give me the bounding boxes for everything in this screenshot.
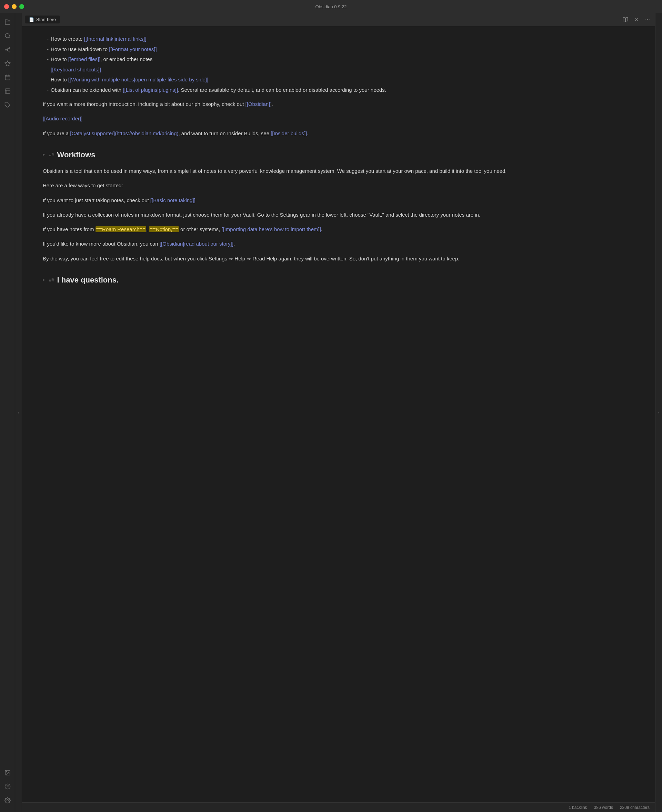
workflows-para1: Obsidian is a tool that can be used in m…: [43, 167, 635, 175]
sidebar-bottom: [2, 767, 14, 809]
editor-container: 📄 Start here ✕ ⋯ - How to create [[Inter…: [22, 13, 655, 812]
list-item-text: How to [[Working with multiple notes|ope…: [51, 75, 208, 84]
keyboard-shortcuts-link[interactable]: [[Keyboard shortcuts]]: [51, 67, 101, 72]
workflows-content: Obsidian is a tool that can be used in m…: [43, 167, 635, 263]
svg-point-2: [5, 49, 6, 50]
status-bar: 1 backlink 386 words 2209 characters: [22, 802, 655, 812]
svg-point-3: [9, 47, 10, 48]
multiple-notes-link[interactable]: [[Working with multiple notes|open multi…: [68, 77, 208, 82]
plugins-link[interactable]: [[List of plugins|plugins]]: [123, 87, 178, 93]
tab-actions: ✕ ⋯: [621, 15, 652, 24]
tab-bar: 📄 Start here ✕ ⋯: [22, 13, 655, 26]
tab-title: Start here: [36, 17, 56, 22]
insider-builds-link[interactable]: [[Insider builds]]: [271, 130, 307, 136]
list-item: - How to [[Working with multiple notes|o…: [43, 75, 635, 84]
words-status: 386 words: [594, 805, 613, 810]
svg-point-18: [6, 771, 7, 772]
vault-para-text: If you already have a collection of note…: [43, 212, 480, 218]
sidebar-toggle-left[interactable]: ›: [15, 13, 22, 812]
workflows-para1-text: Obsidian is a tool that can be used in m…: [43, 168, 506, 174]
svg-point-1: [5, 34, 9, 38]
list-item-text: How to [[embed files]], or embed other n…: [51, 55, 153, 64]
svg-rect-9: [5, 75, 10, 80]
list-item: - How to create [[Internal link|internal…: [43, 34, 635, 43]
svg-marker-8: [5, 61, 10, 66]
intro-paragraph: If you want a more thorough introduction…: [43, 100, 635, 109]
editor-content[interactable]: - How to create [[Internal link|internal…: [22, 26, 655, 802]
workflows-para2: Here are a few ways to get started:: [43, 181, 635, 190]
collapse-icon-2[interactable]: ▸: [43, 276, 45, 283]
app-layout: › 📄 Start here ✕ ⋯ -: [0, 13, 662, 812]
catalyst-link[interactable]: [Catalyst supporter](https://obsidian.md…: [70, 130, 178, 136]
sidebar-item-search[interactable]: [2, 30, 14, 42]
chevron-left-icon: ‹: [658, 410, 660, 415]
sidebar-item-files[interactable]: [2, 16, 14, 28]
sidebar-item-starred[interactable]: [2, 57, 14, 70]
basic-note-taking-link[interactable]: [[Basic note taking]]: [150, 197, 196, 203]
close-tab-button[interactable]: ✕: [631, 15, 641, 24]
overwrite-paragraph: By the way, you can feel free to edit th…: [43, 254, 635, 263]
heading-marker-2: ##: [49, 276, 55, 284]
sidebar-item-calendar[interactable]: [2, 71, 14, 84]
internal-links-link[interactable]: [[Internal link|internal links]]: [84, 36, 146, 42]
questions-heading-text: I have questions.: [57, 273, 119, 286]
sidebar-item-templates[interactable]: [2, 85, 14, 97]
import-paragraph: If you have notes from ==Roam Research==…: [43, 225, 635, 234]
roam-highlight: ==Roam Research==: [95, 226, 146, 232]
list-item-text: Obsidian can be extended with [[List of …: [51, 85, 386, 95]
bullet: -: [47, 45, 48, 54]
list-item: - Obsidian can be extended with [[List o…: [43, 85, 635, 95]
audio-recorder-link[interactable]: [[Audio recorder]]: [43, 116, 82, 121]
minimize-button[interactable]: [12, 4, 16, 9]
obsidian-link[interactable]: [[Obsidian]]: [246, 101, 272, 107]
list-item-text: How to use Markdown to [[Format your not…: [51, 45, 157, 54]
chevron-right-icon: ›: [18, 410, 19, 415]
sidebar-item-settings[interactable]: [2, 794, 14, 807]
questions-heading: ▸ ## I have questions.: [43, 273, 635, 286]
obsidian-story-link[interactable]: [[Obsidian|read about our story]]: [160, 241, 233, 247]
window-controls: [4, 4, 24, 9]
list-item-text: How to create [[Internal link|internal l…: [51, 34, 146, 43]
format-notes-link[interactable]: [[Format your notes]]: [109, 46, 156, 52]
sidebar-item-help[interactable]: [2, 780, 14, 793]
sidebar-item-media[interactable]: [2, 767, 14, 779]
notion-highlight: ==Notion,==: [149, 226, 179, 232]
app-title: Obsidian 0.9.22: [315, 4, 347, 9]
more-options-button[interactable]: ⋯: [643, 15, 652, 24]
sidebar-item-graph[interactable]: [2, 43, 14, 56]
svg-point-4: [9, 51, 10, 52]
list-item-text: [[Keyboard shortcuts]]: [51, 65, 101, 74]
embed-files-link[interactable]: [[embed files]]: [68, 56, 100, 62]
list-item: - [[Keyboard shortcuts]]: [43, 65, 635, 74]
basic-notes-paragraph: If you want to just start taking notes, …: [43, 196, 635, 205]
list-item: - How to use Markdown to [[Format your n…: [43, 45, 635, 54]
reader-view-button[interactable]: [621, 15, 630, 24]
svg-point-7: [7, 49, 8, 50]
catalyst-paragraph: If you are a [Catalyst supporter](https:…: [43, 129, 635, 138]
bullet: -: [47, 75, 48, 84]
heading-text: Workflows: [57, 148, 95, 161]
bullet: -: [47, 55, 48, 64]
list-item: - How to [[embed files]], or embed other…: [43, 55, 635, 64]
characters-status: 2209 characters: [620, 805, 649, 810]
workflows-heading: ▸ ## Workflows: [43, 148, 635, 161]
collapse-icon[interactable]: ▸: [43, 151, 45, 158]
workflows-para2-text: Here are a few ways to get started:: [43, 182, 123, 188]
heading-marker: ##: [49, 151, 55, 159]
svg-rect-13: [5, 88, 10, 93]
titlebar: Obsidian 0.9.22: [0, 0, 662, 13]
importing-data-link[interactable]: [[Importing data|here's how to import th…: [221, 226, 321, 232]
tab-start-here[interactable]: 📄 Start here: [25, 16, 60, 24]
sidebar-left: [0, 13, 15, 812]
bullet: -: [47, 65, 48, 74]
vault-paragraph: If you already have a collection of note…: [43, 211, 635, 219]
story-paragraph: If you'd like to know more about Obsidia…: [43, 240, 635, 248]
close-button[interactable]: [4, 4, 9, 9]
sidebar-toggle-right[interactable]: ‹: [655, 13, 662, 812]
file-icon: 📄: [29, 17, 34, 22]
maximize-button[interactable]: [19, 4, 24, 9]
bullet: -: [47, 34, 48, 43]
audio-recorder-paragraph: [[Audio recorder]]: [43, 114, 635, 123]
backlinks-status: 1 backlink: [569, 805, 587, 810]
sidebar-item-tags[interactable]: [2, 99, 14, 111]
